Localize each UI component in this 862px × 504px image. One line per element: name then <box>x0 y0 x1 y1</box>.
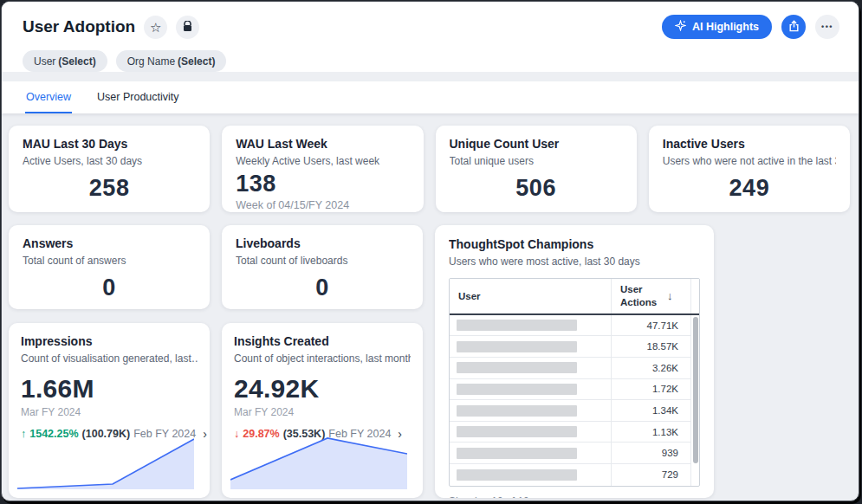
kpi-subtitle: Total unique users <box>450 155 623 167</box>
tab-overview[interactable]: Overview <box>25 81 72 113</box>
redacted-user-bar <box>457 384 577 395</box>
user-cell <box>450 400 611 421</box>
kpi-title: MAU Last 30 Days <box>23 137 196 151</box>
kpi-value: 506 <box>450 175 623 202</box>
kpi-value: 0 <box>236 275 409 301</box>
more-menu-button[interactable]: ••• <box>815 15 839 39</box>
user-actions-cell: 1.34K <box>611 400 690 421</box>
table-scrollbar[interactable] <box>690 315 699 486</box>
chevron-right-icon[interactable]: › <box>203 428 207 440</box>
kpi-caption: Week of 04/15/FY 2024 <box>236 199 409 211</box>
insights-sparkline <box>230 437 407 491</box>
star-icon: ☆ <box>150 21 161 34</box>
filter-chip-org-name[interactable]: Org Name(Select) <box>116 50 227 72</box>
table-row[interactable]: 47.71K <box>450 315 690 337</box>
filter-bar: User(Select) Org Name(Select) <box>23 50 839 72</box>
user-actions-cell: 1.13K <box>611 422 690 443</box>
kpi-card-liveboards[interactable]: Liveboards Total count of liveboards 0 <box>222 225 423 309</box>
redacted-user-bar <box>457 469 577 481</box>
user-cell <box>450 379 611 400</box>
filter-org-select: (Select) <box>178 55 215 68</box>
user-cell <box>450 358 611 378</box>
redacted-user-bar <box>457 448 577 459</box>
tab-user-productivity[interactable]: User Productivity <box>96 81 179 113</box>
kpi-title: Inactive Users <box>663 137 836 151</box>
table-row[interactable]: 3.26K <box>450 358 690 379</box>
user-cell <box>450 464 611 486</box>
kpi-subtitle: Active Users, last 30 days <box>23 155 196 167</box>
impressions-sparkline <box>17 437 194 491</box>
kpi-title: Impressions <box>21 334 198 348</box>
redacted-user-bar <box>457 362 577 373</box>
champions-title: ThoughtSpot Champions <box>449 237 700 251</box>
kpi-title: Answers <box>23 236 196 250</box>
redacted-user-bar <box>457 405 577 417</box>
share-button[interactable] <box>781 15 806 39</box>
champions-card: ThoughtSpot Champions Users who were mos… <box>435 225 714 498</box>
kpi-title: WAU Last Week <box>236 137 409 151</box>
user-cell <box>450 422 611 443</box>
redacted-user-bar <box>457 426 577 437</box>
sparkle-icon <box>675 20 686 34</box>
table-row-count: Showing 10 of 10 rows <box>449 495 700 498</box>
table-row[interactable]: 1.72K <box>450 379 690 401</box>
kpi-value: 0 <box>23 275 196 301</box>
user-cell <box>450 315 611 336</box>
kpi-period: Mar FY 2024 <box>234 406 411 418</box>
table-rows: 47.71K 18.57K 3.26K <box>450 315 690 486</box>
table-row[interactable]: 729 <box>450 464 690 486</box>
page-title: User Adoption <box>23 17 135 36</box>
column-header-user-actions[interactable]: User Actions ↓ <box>611 279 690 313</box>
redacted-user-bar <box>457 320 577 331</box>
kpi-card-unique-users[interactable]: Unique Count User Total unique users 506 <box>436 126 637 212</box>
kpi-value: 24.92K <box>234 374 411 404</box>
table-row[interactable]: 18.57K <box>450 336 690 358</box>
kpi-value: 249 <box>663 175 836 202</box>
kpi-title: Insights Created <box>234 334 411 348</box>
sort-desc-icon[interactable]: ↓ <box>667 289 673 302</box>
table-row[interactable]: 1.13K <box>450 422 690 443</box>
lock-button[interactable] <box>176 16 199 39</box>
user-actions-cell: 18.57K <box>611 336 690 357</box>
champions-subtitle: Users who were most active, last 30 days <box>449 255 700 268</box>
share-icon <box>788 20 800 35</box>
trend-card-insights-created[interactable]: Insights Created Count of object interac… <box>222 323 423 498</box>
table-row[interactable]: 1.34K <box>450 400 690 422</box>
kpi-subtitle: Count of visualisation generated, last… <box>21 352 198 365</box>
liveboard-content: MAU Last 30 Days Active Users, last 30 d… <box>2 113 859 498</box>
favorite-button[interactable]: ☆ <box>144 16 167 39</box>
kpi-value: 258 <box>23 175 196 202</box>
kpi-subtitle: Users who were not active in the last 30… <box>663 155 836 167</box>
tab-bar: Overview User Productivity <box>2 81 859 113</box>
ai-highlights-label: AI Highlights <box>692 21 759 33</box>
filter-user-label: User <box>34 55 55 68</box>
user-actions-cell: 939 <box>611 443 690 463</box>
kpi-subtitle: Count of object interactions, last month <box>234 352 411 365</box>
liveboard-window: User Adoption ☆ AI Highlights <box>1 1 859 501</box>
filter-user-select: (Select) <box>58 55 95 68</box>
kpi-subtitle: Total count of answers <box>23 255 196 267</box>
ai-highlights-button[interactable]: AI Highlights <box>662 15 772 39</box>
kpi-card-answers[interactable]: Answers Total count of answers 0 <box>9 225 210 309</box>
user-actions-cell: 47.71K <box>611 315 690 336</box>
column-header-user[interactable]: User <box>450 279 611 313</box>
kpi-card-mau[interactable]: MAU Last 30 Days Active Users, last 30 d… <box>9 126 210 212</box>
scrollbar-thumb[interactable] <box>693 317 698 464</box>
table-row[interactable]: 939 <box>450 443 690 464</box>
kpi-title: Liveboards <box>236 236 409 250</box>
user-cell <box>450 336 611 357</box>
user-actions-cell: 1.72K <box>611 379 690 400</box>
lock-icon <box>183 21 192 34</box>
header: User Adoption ☆ AI Highlights <box>2 2 859 72</box>
redacted-user-bar <box>457 341 577 352</box>
kpi-card-wau[interactable]: WAU Last Week Weekly Active Users, last … <box>222 126 423 212</box>
kpi-value: 138 <box>236 171 409 197</box>
trend-card-impressions[interactable]: Impressions Count of visualisation gener… <box>9 323 210 498</box>
kpi-period: Mar FY 2024 <box>21 406 198 418</box>
kpi-title: Unique Count User <box>450 137 623 151</box>
filter-chip-user[interactable]: User(Select) <box>23 50 107 72</box>
kpi-card-inactive-users[interactable]: Inactive Users Users who were not active… <box>649 126 850 212</box>
filter-org-label: Org Name <box>127 55 175 68</box>
user-actions-cell: 729 <box>611 464 690 486</box>
champions-table: User User Actions ↓ 47.71K <box>449 278 700 487</box>
